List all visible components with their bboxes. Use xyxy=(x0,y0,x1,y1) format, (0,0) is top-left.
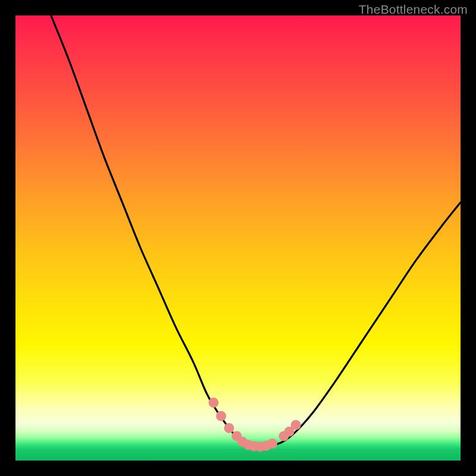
curve-marker xyxy=(208,397,218,408)
curve-marker xyxy=(291,420,301,430)
curve-marker xyxy=(267,439,277,449)
curve-layer xyxy=(15,15,461,461)
highlight-markers xyxy=(208,397,300,452)
chart-frame: TheBottleneck.com xyxy=(0,0,476,476)
curve-marker xyxy=(224,423,234,433)
plot-area xyxy=(15,15,461,461)
bottleneck-curve xyxy=(51,15,461,447)
curve-marker xyxy=(216,411,226,421)
watermark-text: TheBottleneck.com xyxy=(359,2,468,17)
